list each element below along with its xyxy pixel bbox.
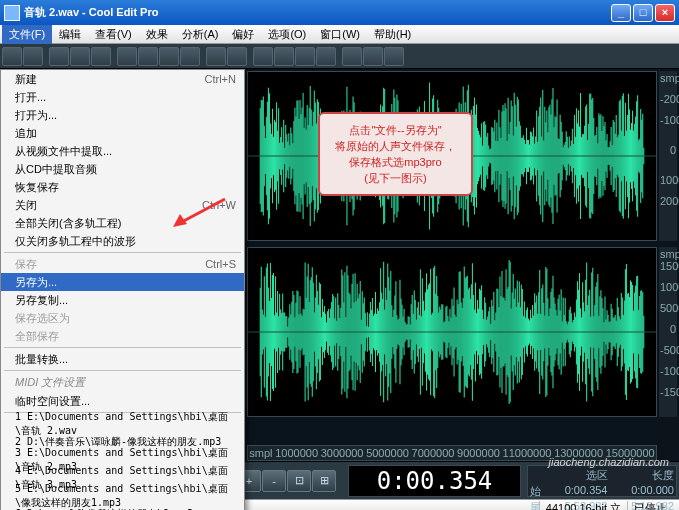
menu-effects[interactable]: 效果: [139, 25, 175, 44]
tool-cut[interactable]: [117, 47, 137, 66]
tool-paste[interactable]: [159, 47, 179, 66]
file-menu-dropdown: 新建Ctrl+N 打开... 打开为... 追加 从视频文件中提取... 从CD…: [0, 69, 245, 510]
close-button[interactable]: ×: [655, 4, 675, 22]
tool-prop[interactable]: [384, 47, 404, 66]
maximize-button[interactable]: □: [633, 4, 653, 22]
status-state: 已停止: [627, 501, 673, 511]
menu-append[interactable]: 追加: [1, 124, 244, 142]
menu-save[interactable]: 保存Ctrl+S: [1, 255, 244, 273]
tool-edit[interactable]: [23, 47, 43, 66]
zoom-full-button[interactable]: ⊡: [287, 470, 311, 492]
menu-recent-5[interactable]: 5 E:\Documents and Settings\hbi\桌面\像我这样的…: [1, 487, 244, 505]
tool-save[interactable]: [91, 47, 111, 66]
menu-save-all[interactable]: 全部保存: [1, 327, 244, 345]
tool-undo[interactable]: [206, 47, 226, 66]
menu-save-sel[interactable]: 保存选区为: [1, 309, 244, 327]
tool-freq[interactable]: [363, 47, 383, 66]
window-buttons: _ □ ×: [611, 4, 675, 22]
menu-save-as[interactable]: 另存为...: [1, 273, 244, 291]
menu-batch[interactable]: 批量转换...: [1, 350, 244, 368]
menu-favorites[interactable]: 偏好: [225, 25, 261, 44]
tool-new[interactable]: [49, 47, 69, 66]
time-display: 0:00.354: [348, 465, 521, 497]
zoom-sel-button[interactable]: ⊞: [312, 470, 336, 492]
tool-zoom-sel[interactable]: [253, 47, 273, 66]
app-icon: [4, 5, 20, 21]
svg-line-2: [178, 199, 225, 224]
annotation-arrow-2: [170, 194, 230, 229]
menu-extract-video[interactable]: 从视频文件中提取...: [1, 142, 244, 160]
minimize-button[interactable]: _: [611, 4, 631, 22]
selection-info: 选区长度 始0:00.3540:00.000 尾5:53.9825:15.982: [527, 465, 677, 497]
menu-open-as[interactable]: 打开为...: [1, 106, 244, 124]
tool-spectral[interactable]: [342, 47, 362, 66]
tool-open[interactable]: [70, 47, 90, 66]
waveform-area: 点击"文件--另存为"将原始的人声文件保存，保存格式选mp3pro(见下一图示)…: [245, 69, 679, 461]
amplitude-ruler-right: smpl150001000050000-5000-10000-15000: [659, 247, 677, 417]
menu-extract-cd[interactable]: 从CD中提取音频: [1, 160, 244, 178]
menu-new[interactable]: 新建Ctrl+N: [1, 70, 244, 88]
zoom-out-button[interactable]: -: [262, 470, 286, 492]
menu-close-waves[interactable]: 仅关闭多轨工程中的波形: [1, 232, 244, 250]
menu-window[interactable]: 窗口(W): [313, 25, 367, 44]
menu-temp[interactable]: 临时空间设置...: [1, 392, 244, 410]
menu-file[interactable]: 文件(F): [2, 25, 52, 44]
tool-paste-new[interactable]: [180, 47, 200, 66]
menubar: 文件(F) 编辑 查看(V) 效果 分析(A) 偏好 选项(O) 窗口(W) 帮…: [0, 25, 679, 44]
menu-midi-header: MIDI 文件设置: [1, 373, 244, 392]
app-body: 新建Ctrl+N 打开... 打开为... 追加 从视频文件中提取... 从CD…: [0, 69, 679, 461]
menu-analyze[interactable]: 分析(A): [175, 25, 226, 44]
amplitude-ruler-left: smpl-20000-1000001000020000: [659, 71, 677, 241]
menu-recent-1[interactable]: 1 E:\Documents and Settings\hbi\桌面\音轨 2.…: [1, 415, 244, 433]
tool-zoom-full[interactable]: [316, 47, 336, 66]
toolbar: [0, 44, 679, 69]
menu-save-copy[interactable]: 另存复制...: [1, 291, 244, 309]
menu-recent-6[interactable]: 6 D:\myself\像我这样的朋友\2.mp3: [1, 505, 244, 510]
waveform-left-channel[interactable]: 点击"文件--另存为"将原始的人声文件保存，保存格式选mp3pro(见下一图示): [247, 71, 657, 241]
annotation-callout: 点击"文件--另存为"将原始的人声文件保存，保存格式选mp3pro(见下一图示): [318, 112, 473, 196]
tool-multitrack[interactable]: [2, 47, 22, 66]
waveform-right-channel[interactable]: [247, 247, 657, 417]
menu-open[interactable]: 打开...: [1, 88, 244, 106]
watermark: jiaocheng.chazidian.com: [549, 456, 669, 468]
menu-edit[interactable]: 编辑: [52, 25, 88, 44]
menu-view[interactable]: 查看(V): [88, 25, 139, 44]
menu-help[interactable]: 帮助(H): [367, 25, 418, 44]
menu-options[interactable]: 选项(O): [261, 25, 313, 44]
tool-zoom-right[interactable]: [295, 47, 315, 66]
tool-zoom-left[interactable]: [274, 47, 294, 66]
title-text: 音轨 2.wav - Cool Edit Pro: [24, 5, 611, 20]
status-format: 44100 16-bit 立: [539, 501, 627, 511]
tool-copy[interactable]: [138, 47, 158, 66]
tool-redo[interactable]: [227, 47, 247, 66]
titlebar: 音轨 2.wav - Cool Edit Pro _ □ ×: [0, 0, 679, 25]
